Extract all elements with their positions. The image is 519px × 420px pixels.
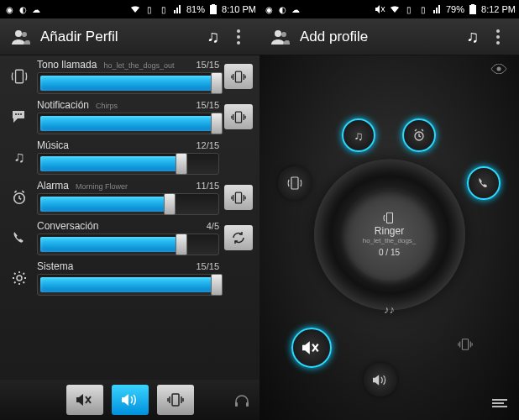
battery-pct: 79% [446, 4, 464, 14]
time: 8:10 PM [222, 4, 256, 14]
ringer-orbit-button[interactable] [278, 166, 312, 200]
mute-button[interactable] [66, 385, 103, 415]
svg-rect-9 [235, 112, 241, 123]
volume-row-ringer: Tono llamadaho_let_the_dogs_out15/15 [7, 59, 253, 94]
svg-rect-23 [386, 213, 392, 223]
mute-status-icon [375, 3, 386, 15]
menu-button[interactable] [226, 29, 251, 45]
svg-point-3 [22, 32, 27, 37]
eye-icon[interactable] [490, 64, 507, 74]
volume-slider[interactable] [37, 274, 219, 296]
svg-point-12 [17, 276, 22, 281]
dial-label: Ringer [375, 225, 404, 237]
row-value: 11/15 [196, 181, 219, 191]
volume-slider[interactable] [37, 113, 219, 134]
svg-point-20 [497, 67, 501, 71]
music-orbit-button[interactable]: ♫ [342, 118, 375, 152]
sim1-icon: ▯ [403, 3, 415, 15]
whatsapp-icon: ◉ [263, 3, 275, 15]
svg-rect-13 [172, 394, 179, 406]
row-label: Conversación [37, 220, 98, 232]
vibrate-button[interactable] [224, 104, 253, 129]
volume-dial[interactable]: Ringer ho_let_the_dogs_ 0 / 15 [314, 159, 465, 310]
wifi-icon [129, 3, 141, 15]
vibrate-orbit-button[interactable] [452, 331, 479, 358]
row-label: Música [37, 139, 69, 151]
call-orbit-button[interactable] [467, 166, 501, 200]
vibrate-button[interactable] [157, 385, 194, 415]
row-label: Sistema [37, 260, 73, 272]
alarm-icon [7, 190, 32, 205]
volume-row-alarm: AlarmaMorning Flower11/15 [7, 180, 253, 215]
mute-orbit-button[interactable] [291, 328, 332, 368]
signal-icon [172, 3, 184, 15]
sim1-icon: ▯ [144, 3, 155, 15]
row-tone: Morning Flower [76, 182, 196, 191]
row-label: Notificación [37, 99, 89, 111]
volume-slider[interactable] [37, 234, 219, 255]
page-title: Add profile [300, 29, 460, 45]
vibrate-button[interactable] [224, 185, 253, 210]
profiles-icon[interactable] [268, 29, 293, 45]
battery-icon [207, 3, 219, 15]
menu-button[interactable] [485, 29, 511, 45]
svg-point-19 [281, 32, 286, 37]
row-tone: Chirps [96, 102, 196, 110]
svg-point-2 [15, 30, 22, 37]
sim2-icon: ▯ [158, 3, 170, 15]
svg-point-7 [18, 113, 19, 115]
volume-slider[interactable] [37, 193, 219, 215]
row-value: 15/15 [196, 60, 219, 70]
volume-row-gear: Sistema15/15 [7, 260, 253, 296]
volume-slider[interactable] [37, 72, 219, 94]
row-value: 4/5 [207, 221, 219, 231]
music-icon: ♫ [7, 149, 32, 166]
phone-icon [7, 231, 32, 244]
page-title: Añadir Perfil [40, 29, 201, 45]
notification-icon [7, 110, 32, 123]
svg-rect-11 [235, 192, 241, 203]
dial-center[interactable]: Ringer ho_let_the_dogs_ 0 / 15 [343, 188, 436, 281]
battery-pct: 81% [186, 4, 205, 14]
music-note-icon[interactable]: ♫ [460, 27, 485, 46]
status-bar: ◉ ◐ ☁ ▯ ▯ 79% 8:12 PM [260, 0, 519, 18]
time: 8:12 PM [481, 4, 516, 14]
row-value: 15/15 [196, 261, 219, 271]
dial-tone: ho_let_the_dogs_ [363, 237, 417, 244]
svg-rect-5 [235, 71, 241, 82]
app-icon: ◐ [17, 3, 29, 15]
sim2-icon: ▯ [417, 3, 429, 15]
app-bar: Add profile ♫ [260, 18, 519, 55]
row-tone: ho_let_the_dogs_out [103, 61, 196, 70]
status-bar: ◉ ◐ ☁ ▯ ▯ 81% 8:10 PM [0, 0, 260, 18]
svg-point-8 [20, 113, 22, 115]
svg-rect-24 [462, 339, 468, 350]
svg-point-6 [15, 113, 17, 115]
equalizer-icon[interactable] [492, 398, 507, 408]
alarm-orbit-button[interactable] [402, 118, 436, 152]
volume-row-phone: Conversación4/5 [7, 220, 253, 255]
cloud-icon: ☁ [30, 3, 42, 15]
dial-count: 0 / 15 [379, 248, 400, 257]
svg-rect-17 [471, 4, 474, 5]
music-note-icon[interactable]: ♫ [201, 27, 226, 46]
bottom-bar [0, 380, 260, 420]
volume-row-music: ♫Música12/15 [7, 139, 253, 175]
svg-rect-16 [469, 5, 476, 14]
svg-rect-14 [235, 402, 238, 407]
row-value: 15/15 [196, 100, 219, 110]
volume-slider[interactable] [37, 153, 219, 175]
headphone-icon[interactable] [234, 393, 249, 408]
signal-icon [432, 3, 443, 15]
notes-icon: ♪♪ [384, 303, 395, 316]
svg-rect-15 [246, 402, 249, 407]
sound-button[interactable] [112, 385, 149, 415]
sound-orbit-button[interactable] [364, 363, 397, 396]
refresh-button[interactable] [224, 225, 253, 250]
vibrate-button[interactable] [224, 64, 253, 89]
svg-point-18 [275, 30, 281, 37]
profiles-icon[interactable] [8, 29, 34, 45]
volume-row-notification: NotificaciónChirps15/15 [7, 99, 253, 134]
gear-icon [7, 270, 32, 286]
svg-rect-21 [291, 177, 298, 189]
